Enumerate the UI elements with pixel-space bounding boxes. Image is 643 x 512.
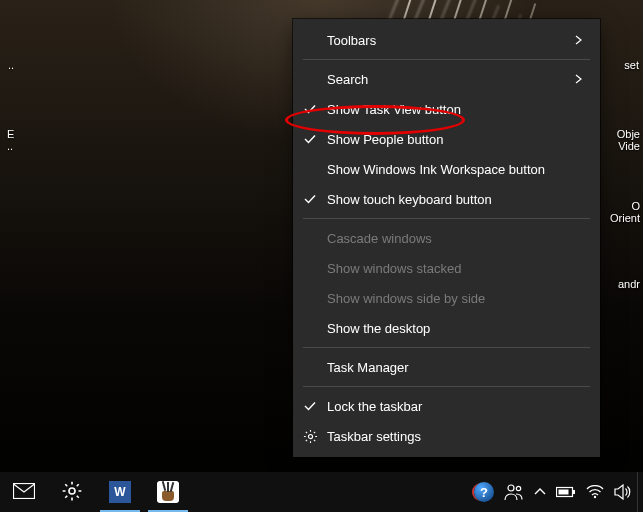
paint-icon: [157, 481, 179, 503]
mail-icon: [13, 483, 35, 502]
check-icon: [293, 192, 327, 206]
taskbar-app-settings[interactable]: [48, 472, 96, 512]
desktop-label: andr: [618, 278, 640, 290]
gear-icon: [62, 481, 82, 504]
menu-label: Toolbars: [327, 33, 572, 48]
menu-label: Task Manager: [327, 360, 572, 375]
menu-separator: [303, 218, 590, 219]
menu-label: Show People button: [327, 132, 572, 147]
gear-icon: [293, 429, 327, 444]
menu-label: Show Windows Ink Workspace button: [327, 162, 572, 177]
svg-point-0: [308, 434, 312, 438]
menu-item-show-the-desktop[interactable]: Show the desktop: [293, 313, 600, 343]
taskbar-right: ?: [469, 472, 643, 512]
taskbar-left: W: [0, 472, 192, 512]
wifi-icon: [586, 485, 604, 499]
menu-item-lock-the-taskbar[interactable]: Lock the taskbar: [293, 391, 600, 421]
show-desktop-button[interactable]: [637, 472, 643, 512]
svg-point-8: [594, 496, 596, 498]
menu-item-toolbars[interactable]: Toolbars: [293, 25, 600, 55]
svg-rect-7: [559, 490, 569, 495]
check-icon: [293, 399, 327, 413]
menu-item-show-windows-stacked: Show windows stacked: [293, 253, 600, 283]
menu-label: Show the desktop: [327, 321, 572, 336]
menu-item-cascade-windows: Cascade windows: [293, 223, 600, 253]
menu-label: Lock the taskbar: [327, 399, 572, 414]
svg-rect-6: [573, 490, 575, 494]
volume-icon: [614, 484, 632, 500]
menu-label: Show touch keyboard button: [327, 192, 572, 207]
menu-separator: [303, 386, 590, 387]
menu-item-show-people[interactable]: Show People button: [293, 124, 600, 154]
menu-item-search[interactable]: Search: [293, 64, 600, 94]
tray-show-hidden-icons[interactable]: [529, 472, 551, 512]
tray-get-help[interactable]: ?: [469, 472, 499, 512]
menu-label: Taskbar settings: [327, 429, 572, 444]
tray-people[interactable]: [499, 472, 529, 512]
menu-item-show-windows-side-by-side: Show windows side by side: [293, 283, 600, 313]
menu-label: Show windows stacked: [327, 261, 572, 276]
tray-battery[interactable]: [551, 472, 581, 512]
chevron-right-icon: [572, 74, 586, 84]
help-icon: ?: [474, 482, 494, 502]
menu-label: Show Task View button: [327, 102, 572, 117]
word-letter: W: [114, 485, 125, 499]
menu-label: Search: [327, 72, 572, 87]
word-icon: W: [109, 481, 131, 503]
taskbar-app-paint[interactable]: [144, 472, 192, 512]
check-icon: [293, 102, 327, 116]
battery-icon: [556, 486, 576, 498]
menu-item-show-ink-workspace[interactable]: Show Windows Ink Workspace button: [293, 154, 600, 184]
tray-network[interactable]: [581, 472, 609, 512]
chevron-right-icon: [572, 35, 586, 45]
chevron-up-icon: [534, 488, 546, 496]
desktop-label: ..: [8, 59, 14, 71]
menu-label: Show windows side by side: [327, 291, 572, 306]
svg-point-3: [508, 485, 514, 491]
desktop-label: Obje Vide: [617, 128, 640, 152]
people-icon: [504, 483, 524, 501]
menu-separator: [303, 59, 590, 60]
tray-volume[interactable]: [609, 472, 637, 512]
taskbar-app-word[interactable]: W: [96, 472, 144, 512]
taskbar: W ?: [0, 472, 643, 512]
desktop-label: E ..: [7, 128, 14, 152]
menu-item-taskbar-settings[interactable]: Taskbar settings: [293, 421, 600, 451]
taskbar-context-menu: Toolbars Search Show Task View button Sh…: [293, 19, 600, 457]
menu-item-show-touch-keyboard[interactable]: Show touch keyboard button: [293, 184, 600, 214]
menu-item-show-task-view[interactable]: Show Task View button: [293, 94, 600, 124]
svg-point-4: [516, 486, 520, 490]
desktop-label: set: [624, 59, 639, 71]
menu-separator: [303, 347, 590, 348]
svg-point-2: [69, 488, 75, 494]
menu-item-task-manager[interactable]: Task Manager: [293, 352, 600, 382]
menu-label: Cascade windows: [327, 231, 572, 246]
check-icon: [293, 132, 327, 146]
desktop-label: O Orient: [610, 200, 640, 224]
taskbar-app-mail[interactable]: [0, 472, 48, 512]
